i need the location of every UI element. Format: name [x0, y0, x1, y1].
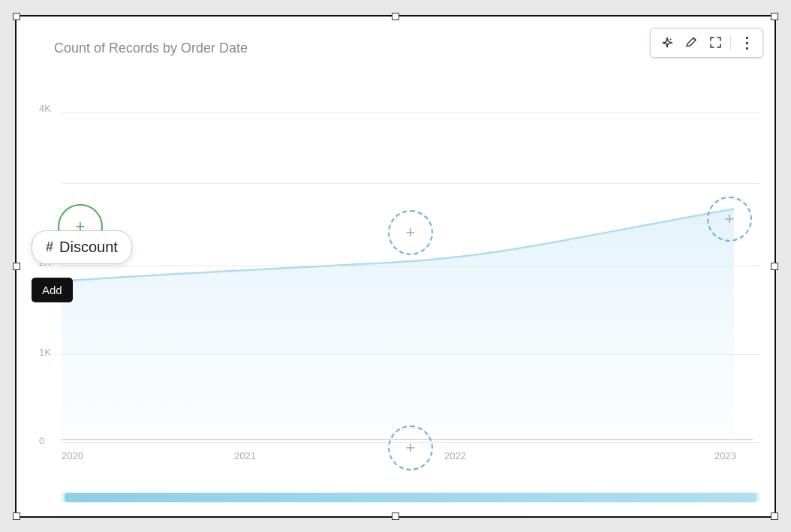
handle-bottom-center[interactable] [392, 512, 399, 520]
chart-toolbar: ⋮ [650, 28, 763, 58]
handle-mid-left[interactable] [13, 263, 20, 270]
x-axis-label-2020: 2020 [62, 450, 83, 461]
handle-mid-right[interactable] [771, 263, 778, 270]
scroll-bar-container[interactable] [62, 492, 759, 503]
grid-line-3k [62, 183, 759, 184]
x-axis-label-2021: 2021 [234, 450, 256, 461]
tooltip-label: Discount [59, 239, 118, 256]
plus-icon-right: + [725, 211, 735, 227]
plus-icon-bottom: + [406, 440, 416, 456]
svg-point-0 [670, 38, 672, 40]
annotation-circle-bottom[interactable]: + [388, 425, 433, 470]
handle-top-center[interactable] [392, 13, 399, 20]
toolbar-divider [730, 35, 731, 50]
x-axis-label-2022: 2022 [444, 450, 466, 461]
edit-button[interactable] [681, 32, 702, 53]
handle-bottom-right[interactable] [771, 512, 778, 520]
handle-top-right[interactable] [771, 13, 778, 20]
y-axis-label-0: 0 [39, 435, 44, 446]
add-button[interactable]: Add [32, 278, 73, 302]
y-axis-label-1k: 1K [39, 347, 51, 358]
scroll-bar-thumb[interactable] [65, 493, 756, 502]
grid-line-4k [62, 112, 759, 113]
tooltip-bubble: # Discount [32, 230, 132, 264]
handle-top-left[interactable] [13, 13, 20, 20]
plus-icon-mid: + [406, 224, 416, 241]
tooltip-icon: # [46, 239, 53, 255]
grid-line-2k [62, 266, 759, 266]
y-axis-label-4k: 4K [39, 103, 51, 114]
expand-button[interactable] [705, 32, 726, 53]
handle-bottom-left[interactable] [13, 512, 20, 520]
grid-line-1k [62, 354, 759, 355]
sparkle-button[interactable] [657, 32, 678, 53]
annotation-circle-right[interactable]: + [707, 197, 752, 242]
x-axis-label-2023: 2023 [714, 450, 736, 461]
annotation-circle-mid[interactable]: + [388, 210, 433, 255]
chart-panel: ⋮ Count of Records by Order Date 4K 2K 1… [15, 15, 776, 518]
chart-title: Count of Records by Order Date [54, 41, 248, 56]
more-button[interactable]: ⋮ [735, 32, 756, 53]
